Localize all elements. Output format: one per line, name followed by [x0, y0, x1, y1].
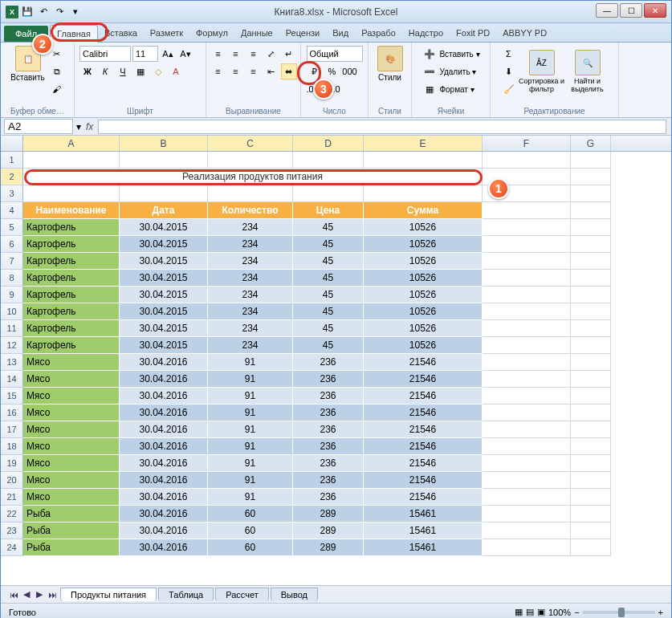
table-cell[interactable]: 10526	[364, 219, 483, 236]
wrap-text-icon[interactable]: ↵	[281, 46, 297, 62]
minimize-button[interactable]: —	[596, 3, 618, 18]
view-normal-icon[interactable]: ▦	[515, 607, 523, 617]
table-cell[interactable]: Мясо	[23, 455, 120, 472]
table-cell[interactable]: 30.04.2015	[120, 270, 208, 287]
col-header[interactable]: D	[293, 136, 364, 151]
row-header[interactable]: 18	[1, 438, 23, 455]
table-cell[interactable]: 21546	[364, 371, 483, 388]
table-cell[interactable]: 21546	[364, 405, 483, 421]
table-cell[interactable]: 30.04.2016	[120, 388, 208, 405]
col-header[interactable]: G	[571, 136, 611, 151]
row-header[interactable]: 9	[1, 287, 23, 303]
table-cell[interactable]: 15461	[364, 539, 483, 556]
row-header[interactable]: 3	[1, 185, 23, 202]
delete-cells-button[interactable]: ➖Удалить ▾	[422, 63, 476, 79]
table-header[interactable]: Цена	[293, 202, 364, 219]
table-cell[interactable]: 30.04.2016	[120, 455, 208, 472]
table-cell[interactable]: 45	[293, 219, 364, 236]
row-header[interactable]: 10	[1, 303, 23, 320]
copy-icon[interactable]: ⧉	[49, 63, 65, 79]
table-cell[interactable]: 30.04.2015	[120, 320, 208, 337]
ribbon-tab[interactable]: Foxit PD	[450, 25, 496, 42]
font-name-select[interactable]	[79, 46, 131, 62]
row-header[interactable]: 16	[1, 405, 23, 421]
sheet-nav-last-icon[interactable]: ⏭	[46, 588, 59, 601]
row-header[interactable]: 22	[1, 506, 23, 522]
percent-icon[interactable]: %	[324, 63, 340, 79]
formula-bar[interactable]	[98, 120, 666, 134]
row-header[interactable]: 19	[1, 455, 23, 472]
table-cell[interactable]: 91	[208, 371, 293, 388]
table-cell[interactable]: 21546	[364, 472, 483, 489]
table-cell[interactable]: 236	[293, 405, 364, 421]
table-cell[interactable]: Картофель	[23, 320, 120, 337]
row-header[interactable]: 23	[1, 522, 23, 539]
table-cell[interactable]: 30.04.2016	[120, 421, 208, 438]
table-cell[interactable]: Мясо	[23, 438, 120, 455]
row-header[interactable]: 17	[1, 421, 23, 438]
table-cell[interactable]: 15461	[364, 522, 483, 539]
shrink-font-icon[interactable]: A▾	[177, 46, 193, 62]
table-cell[interactable]: 45	[293, 337, 364, 354]
qat-more-icon[interactable]: ▾	[68, 5, 83, 19]
table-cell[interactable]: Мясо	[23, 405, 120, 421]
ribbon-tab[interactable]: Вид	[326, 25, 355, 42]
table-cell[interactable]: Мясо	[23, 354, 120, 371]
table-cell[interactable]: 15461	[364, 506, 483, 522]
row-header[interactable]: 20	[1, 472, 23, 489]
table-cell[interactable]: 91	[208, 405, 293, 421]
sheet-nav-prev-icon[interactable]: ◀	[20, 588, 33, 601]
table-cell[interactable]: 60	[208, 506, 293, 522]
row-header[interactable]: 4	[1, 202, 23, 219]
view-break-icon[interactable]: ▣	[537, 607, 545, 617]
row-header[interactable]: 7	[1, 253, 23, 270]
table-cell[interactable]: 234	[208, 219, 293, 236]
styles-button[interactable]: 🎨 Стили	[373, 46, 408, 82]
table-cell[interactable]: Рыба	[23, 539, 120, 556]
table-cell[interactable]: 30.04.2015	[120, 287, 208, 303]
zoom-level[interactable]: 100%	[548, 608, 571, 617]
ribbon-tab[interactable]: Разрабо	[355, 25, 402, 42]
view-layout-icon[interactable]: ▤	[526, 607, 534, 617]
ribbon-tab[interactable]: Надстро	[402, 25, 450, 42]
table-cell[interactable]: 289	[293, 506, 364, 522]
zoom-out-button[interactable]: −	[574, 608, 579, 617]
table-cell[interactable]: 91	[208, 354, 293, 371]
comma-icon[interactable]: 000	[342, 63, 358, 79]
table-cell[interactable]: 236	[293, 455, 364, 472]
table-cell[interactable]: 30.04.2016	[120, 354, 208, 371]
table-cell[interactable]: 30.04.2016	[120, 506, 208, 522]
table-cell[interactable]: Рыба	[23, 506, 120, 522]
table-cell[interactable]: 236	[293, 388, 364, 405]
table-cell[interactable]: 21546	[364, 455, 483, 472]
table-cell[interactable]: 234	[208, 270, 293, 287]
table-cell[interactable]: 30.04.2015	[120, 253, 208, 270]
sheet-tab[interactable]: Таблица	[158, 588, 214, 601]
table-cell[interactable]: 234	[208, 253, 293, 270]
table-cell[interactable]: 234	[208, 236, 293, 253]
table-cell[interactable]: 45	[293, 303, 364, 320]
table-cell[interactable]: 10526	[364, 253, 483, 270]
table-cell[interactable]: 60	[208, 522, 293, 539]
table-cell[interactable]: 21546	[364, 438, 483, 455]
table-cell[interactable]: 45	[293, 320, 364, 337]
table-cell[interactable]: Картофель	[23, 337, 120, 354]
ribbon-tab[interactable]: Рецензи	[279, 25, 327, 42]
table-cell[interactable]: Картофель	[23, 253, 120, 270]
qat-save-icon[interactable]: 💾	[20, 5, 35, 19]
table-cell[interactable]: 236	[293, 472, 364, 489]
table-cell[interactable]: Картофель	[23, 303, 120, 320]
table-cell[interactable]: 91	[208, 438, 293, 455]
clear-icon[interactable]: 🧹	[501, 81, 517, 97]
border-icon[interactable]: ▦	[132, 63, 149, 79]
table-cell[interactable]: 91	[208, 455, 293, 472]
sheet-tab[interactable]: Рассчет	[215, 588, 269, 601]
col-header[interactable]: A	[23, 136, 120, 151]
align-bottom-icon[interactable]: ≡	[246, 46, 262, 62]
row-header[interactable]: 21	[1, 489, 23, 506]
table-header[interactable]: Дата	[120, 202, 208, 219]
table-header[interactable]: Количество	[208, 202, 293, 219]
row-header[interactable]: 1	[1, 152, 23, 169]
table-cell[interactable]: 236	[293, 489, 364, 506]
table-cell[interactable]: 234	[208, 320, 293, 337]
